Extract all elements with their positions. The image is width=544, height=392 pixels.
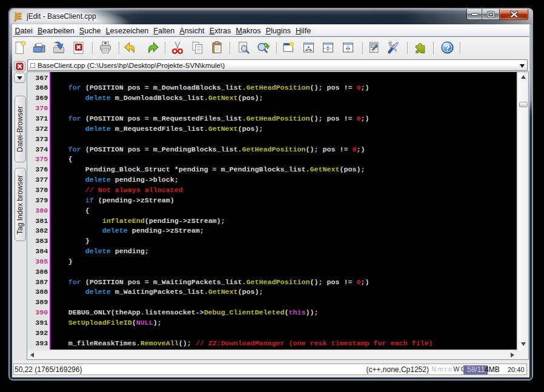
svg-text:?: ? (445, 43, 450, 53)
